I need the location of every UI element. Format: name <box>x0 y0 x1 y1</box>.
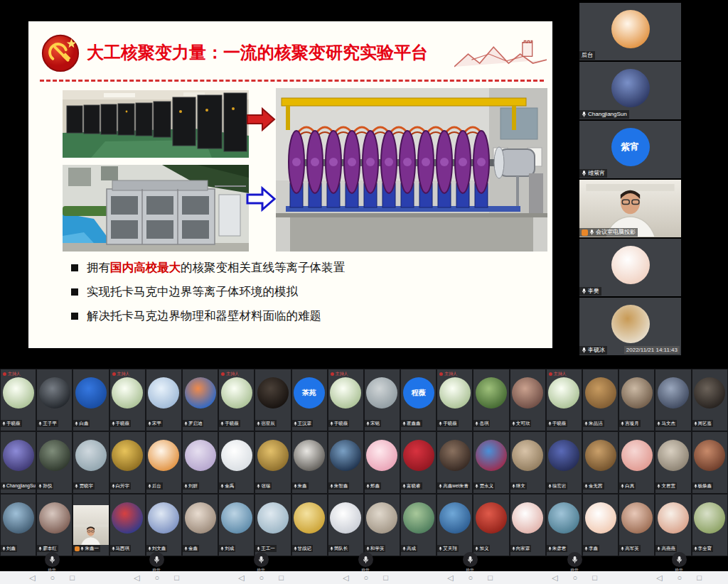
mute-button[interactable] <box>149 552 164 567</box>
home-icon[interactable]: ○ <box>259 573 264 582</box>
sidebar-participant-tile[interactable]: ChangjiangSun <box>579 62 681 119</box>
recents-icon[interactable]: □ <box>488 573 493 582</box>
participant-tile[interactable]: 富晓睿 <box>401 432 436 493</box>
sidebar-participant-tile[interactable]: 会议室电脑投影 <box>579 180 681 237</box>
participant-tile[interactable]: 贾晓宇 <box>73 432 108 493</box>
participant-tile[interactable]: 马文杰 <box>655 369 690 431</box>
participant-tile[interactable]: 王工一 <box>255 494 290 556</box>
participant-tile[interactable]: 加义 <box>473 494 508 556</box>
recents-icon[interactable]: □ <box>174 573 179 582</box>
participant-tile[interactable]: 杨焕鑫 <box>692 432 727 493</box>
recents-icon[interactable]: □ <box>70 573 75 582</box>
participant-tile[interactable]: 马西琪 <box>110 494 145 556</box>
participant-tile[interactable]: 朱智鑫 <box>328 432 363 493</box>
recents-icon[interactable]: □ <box>279 573 284 582</box>
participant-tile[interactable]: 宫璇月 <box>619 369 654 431</box>
participant-tile[interactable]: 刘妍 <box>183 432 218 493</box>
participant-tile[interactable]: 刘成 <box>219 494 254 556</box>
participant-tile[interactable]: 朱鑫 <box>292 432 327 493</box>
participant-tile[interactable]: 张瑞 <box>255 432 290 493</box>
participant-tile[interactable]: 金鑫 <box>183 494 218 556</box>
participant-tile[interactable]: 朱鑫一 <box>73 494 108 556</box>
participant-tile[interactable]: 宋平 <box>146 369 181 431</box>
home-icon[interactable]: ○ <box>678 573 682 582</box>
sidebar-participant-tile[interactable]: 李樊 <box>579 239 681 296</box>
participant-tile[interactable]: 主持人 于晓薇 <box>219 369 254 431</box>
sidebar-participant-tile[interactable]: 紫宵 维紫宵 <box>579 121 681 178</box>
participant-tile[interactable]: 高燕燕 <box>655 494 690 556</box>
participant-tile[interactable]: 主持人 于晓薇 <box>328 369 363 431</box>
participant-tile[interactable]: 程薇 霍鑫鑫 <box>401 369 436 431</box>
back-icon[interactable]: ◁ <box>134 573 139 583</box>
participant-tile[interactable]: 王子平 <box>37 369 72 431</box>
back-icon[interactable]: ◁ <box>238 573 244 583</box>
mute-button[interactable] <box>45 552 60 567</box>
participant-name: 加义 <box>479 546 488 551</box>
sidebar-participant-tile[interactable]: 后台 <box>579 3 681 60</box>
participant-tile[interactable]: 继文 <box>510 432 545 493</box>
participant-tile[interactable]: 朱品洁 <box>583 369 618 431</box>
participant-tile[interactable]: 主持人 于晓薇 <box>547 369 582 431</box>
home-icon[interactable]: ○ <box>155 573 160 582</box>
participant-tile[interactable]: 宋铭 <box>365 369 400 431</box>
participant-tile[interactable]: 文可欣 <box>510 369 545 431</box>
participant-tile[interactable]: 贾永义 <box>473 432 508 493</box>
mute-button[interactable] <box>358 552 373 567</box>
participant-tile[interactable]: 宿星辰 <box>255 369 290 431</box>
participant-tile[interactable]: 主持人 于晓薇 <box>1 369 36 431</box>
participant-tile[interactable]: 刘鑫 <box>1 494 36 556</box>
recents-icon[interactable]: □ <box>592 573 597 582</box>
participant-tile[interactable]: 简队长 <box>328 494 363 556</box>
participant-tile[interactable]: 徐宏岩 <box>547 432 582 493</box>
participant-tile[interactable]: 金禹 <box>219 432 254 493</box>
participant-avatar <box>658 440 689 471</box>
mute-button[interactable] <box>672 552 687 567</box>
participant-tile[interactable]: 艾天翔 <box>437 494 472 556</box>
back-icon[interactable]: ◁ <box>656 573 662 583</box>
recents-icon[interactable]: □ <box>383 573 388 582</box>
participant-tile[interactable]: 高成 <box>401 494 436 556</box>
participant-tile[interactable]: 后台 <box>146 432 181 493</box>
participant-tile[interactable]: 岳琪 <box>473 369 508 431</box>
mute-button[interactable] <box>463 552 478 567</box>
participant-tile[interactable]: 朱彦君 <box>547 494 582 556</box>
participant-tile[interactable]: 高军英 <box>619 494 654 556</box>
participant-tile[interactable]: 罗启迪 <box>183 369 218 431</box>
participant-tile[interactable]: ChangjiangSun <box>1 432 36 493</box>
participant-tile[interactable]: 甘战记 <box>292 494 327 556</box>
participant-tile[interactable]: 文君宜 <box>655 432 690 493</box>
participant-name-label: 杨焕鑫 <box>692 482 714 490</box>
home-icon[interactable]: ○ <box>573 573 578 582</box>
participant-tile[interactable]: 白真 <box>619 432 654 493</box>
home-icon[interactable]: ○ <box>364 573 369 582</box>
back-icon[interactable]: ◁ <box>447 573 453 583</box>
participant-name-label: 张瑞 <box>255 482 272 490</box>
back-icon[interactable]: ◁ <box>552 573 557 583</box>
participant-tile[interactable]: 茶苑 王汉霖 <box>292 369 327 431</box>
participant-tile[interactable]: 和学英 <box>365 494 400 556</box>
host-badge: 主持人 <box>331 372 348 376</box>
back-icon[interactable]: ◁ <box>29 573 35 583</box>
participant-tile[interactable]: 孙悦 <box>37 432 72 493</box>
home-icon[interactable]: ○ <box>50 573 55 582</box>
recents-icon[interactable]: □ <box>697 573 702 582</box>
back-icon[interactable]: ◁ <box>343 573 348 583</box>
participant-tile[interactable]: 李全育 <box>692 494 727 556</box>
mute-button[interactable] <box>567 552 582 567</box>
participant-tile[interactable]: 白芳宇 <box>110 432 145 493</box>
participant-tile[interactable]: 主持人 于晓薇 <box>110 369 145 431</box>
party-emblem-icon <box>40 32 81 73</box>
participant-tile[interactable]: 廖本红 <box>37 494 72 556</box>
sidebar-participant-tile[interactable]: 李砚冰 2022/11/21 14:11:43 <box>579 298 681 355</box>
participant-tile[interactable]: 周艺嘉 <box>692 369 727 431</box>
participant-tile[interactable]: 高鑫wei朱青 <box>437 432 472 493</box>
mute-button[interactable] <box>254 552 269 567</box>
participant-tile[interactable]: 白鑫 <box>73 369 108 431</box>
participant-tile[interactable]: 主持人 于晓薇 <box>437 369 472 431</box>
home-icon[interactable]: ○ <box>469 573 473 582</box>
participant-tile[interactable]: 李鑫 <box>583 494 618 556</box>
participant-tile[interactable]: 刘文鑫 <box>146 494 181 556</box>
participant-tile[interactable]: 向家霖 <box>510 494 545 556</box>
participant-tile[interactable]: 郑鑫 <box>365 432 400 493</box>
participant-tile[interactable]: 金无茜 <box>583 432 618 493</box>
